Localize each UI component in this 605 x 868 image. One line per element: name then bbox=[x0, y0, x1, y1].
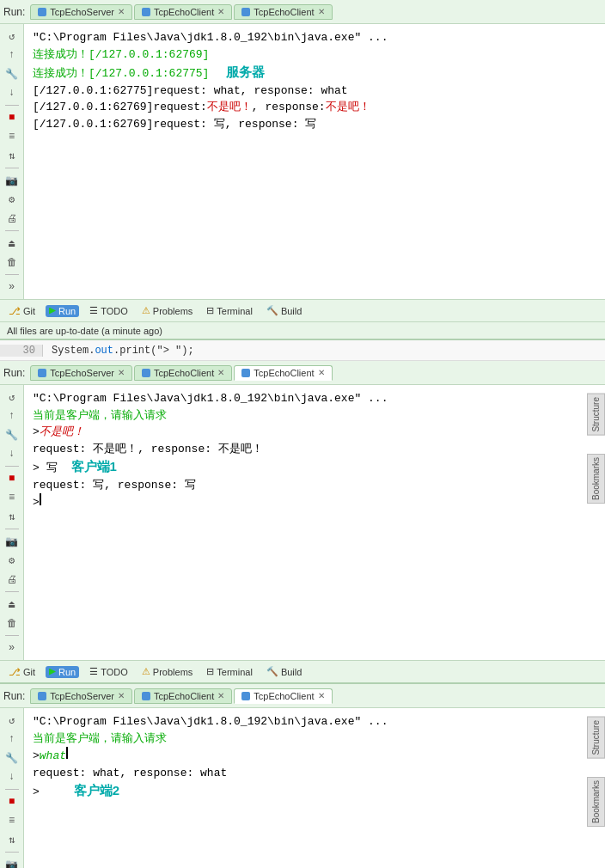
s3-down-btn[interactable]: ↓ bbox=[3, 768, 21, 785]
console-line-1: "C:\Program Files\Java\jdk1.8.0_192\bin\… bbox=[33, 29, 596, 46]
s3-lines-btn[interactable]: ≡ bbox=[3, 812, 21, 829]
trash-btn[interactable]: 🗑 bbox=[3, 254, 21, 271]
s3-restart-btn[interactable]: ↺ bbox=[3, 712, 21, 729]
exit-btn[interactable]: ⏏ bbox=[3, 235, 21, 252]
s2-trash-btn[interactable]: 🗑 bbox=[3, 614, 21, 632]
s3-divider2 bbox=[5, 852, 19, 853]
s2-run-btn[interactable]: Run bbox=[46, 666, 79, 678]
section2-tab-close-1[interactable]: ✕ bbox=[217, 368, 224, 377]
section2-tab-close-0[interactable]: ✕ bbox=[118, 368, 125, 377]
s2-up-btn[interactable]: ↑ bbox=[3, 407, 21, 425]
todo-btn[interactable]: ☰ TODO bbox=[86, 304, 131, 317]
s2-lines-btn[interactable]: ≡ bbox=[3, 489, 21, 506]
print-btn[interactable]: 🖨 bbox=[3, 210, 21, 227]
s2-tab-icon-0 bbox=[38, 369, 46, 377]
up-btn[interactable]: ↑ bbox=[3, 46, 21, 64]
section1-tab-label-2: TcpEchoClient bbox=[254, 7, 314, 17]
s3-bookmarks-tab[interactable]: Bookmarks bbox=[587, 777, 605, 827]
s3-camera-btn[interactable]: 📷 bbox=[3, 856, 21, 868]
s2-build-icon: 🔨 bbox=[266, 666, 278, 677]
section2-tab-close-2[interactable]: ✕ bbox=[318, 368, 325, 377]
wrench-btn[interactable]: 🔧 bbox=[3, 65, 21, 83]
section3-tab-label-0: TcpEchoServer bbox=[50, 691, 114, 701]
s3-stop-btn[interactable]: ■ bbox=[3, 793, 21, 810]
section1-tab-2[interactable]: TcpEchoClient ✕ bbox=[234, 4, 332, 20]
git-icon: ⎇ bbox=[9, 305, 21, 317]
cursor2 bbox=[66, 747, 68, 759]
run-btn[interactable]: Run bbox=[46, 305, 79, 317]
more-btn[interactable]: » bbox=[3, 278, 21, 296]
section3-tab-0[interactable]: TcpEchoServer ✕ bbox=[30, 688, 132, 704]
s2-todo-btn[interactable]: ☰ TODO bbox=[86, 665, 131, 678]
s2-console-line-7: > bbox=[33, 493, 596, 511]
section3-tab-close-0[interactable]: ✕ bbox=[118, 691, 125, 700]
s2-git-btn[interactable]: ⎇ Git bbox=[5, 665, 39, 679]
s2-restart-btn[interactable]: ↺ bbox=[3, 388, 21, 406]
s2-divider4 bbox=[5, 635, 19, 636]
line5-mid2: , response: bbox=[252, 99, 326, 116]
section1-toolbar: ⎇ Git Run ☰ TODO ⚠ Problems ⊟ Terminal 🔨… bbox=[0, 299, 605, 321]
section2-tab-1[interactable]: TcpEchoClient ✕ bbox=[134, 365, 232, 381]
sort-btn[interactable]: ⇅ bbox=[3, 147, 21, 164]
client2-label: 客户端2 bbox=[74, 781, 119, 801]
section3-tab-2[interactable]: TcpEchoClient ✕ bbox=[234, 688, 332, 704]
s3-wrench-btn[interactable]: 🔧 bbox=[3, 749, 21, 767]
s3-line1: "C:\Program Files\Java\jdk1.8.0_192\bin\… bbox=[33, 713, 388, 730]
s2-print-btn[interactable]: 🖨 bbox=[3, 571, 21, 588]
s2-camera-btn[interactable]: 📷 bbox=[3, 533, 21, 550]
line-number: 30 bbox=[0, 345, 43, 357]
s2-exit-btn[interactable]: ⏏ bbox=[3, 596, 21, 613]
cursor1 bbox=[40, 493, 41, 505]
s2-console-line-1: "C:\Program Files\Java\jdk1.8.0_192\bin\… bbox=[33, 390, 596, 407]
terminal-icon: ⊟ bbox=[206, 305, 214, 316]
code-method: out bbox=[95, 345, 113, 357]
section3-tab-close-1[interactable]: ✕ bbox=[217, 691, 224, 700]
s2-sort-btn[interactable]: ⇅ bbox=[3, 508, 21, 525]
s2-more-btn[interactable]: » bbox=[3, 639, 21, 657]
section1-tab-close-0[interactable]: ✕ bbox=[118, 7, 125, 16]
structure-tab[interactable]: Structure bbox=[587, 394, 605, 436]
camera-btn[interactable]: 📷 bbox=[3, 172, 21, 189]
s2-gear-btn[interactable]: ⚙ bbox=[3, 552, 21, 569]
git-btn[interactable]: ⎇ Git bbox=[5, 304, 39, 318]
s2-stop-btn[interactable]: ■ bbox=[3, 470, 21, 487]
section3-tab-1[interactable]: TcpEchoClient ✕ bbox=[134, 688, 232, 704]
s3-structure-tab[interactable]: Structure bbox=[587, 717, 605, 759]
section3-tab-close-2[interactable]: ✕ bbox=[318, 691, 325, 700]
bookmarks-tab[interactable]: Bookmarks bbox=[587, 454, 605, 504]
gear-btn[interactable]: ⚙ bbox=[3, 191, 21, 208]
problems-icon: ⚠ bbox=[142, 305, 150, 316]
section2-toolbar: ⎇ Git Run ☰ TODO ⚠ Problems ⊟ Terminal 🔨… bbox=[0, 660, 605, 682]
s3-up-btn[interactable]: ↑ bbox=[3, 730, 21, 748]
section1-tab-label-0: TcpEchoServer bbox=[50, 7, 114, 17]
lines-btn[interactable]: ≡ bbox=[3, 128, 21, 145]
stop-btn[interactable]: ■ bbox=[3, 109, 21, 126]
section3-run-label: Run: bbox=[3, 690, 25, 702]
section2-tab-2[interactable]: TcpEchoClient ✕ bbox=[234, 365, 332, 381]
run-icon bbox=[49, 308, 56, 315]
section1-tab-close-1[interactable]: ✕ bbox=[217, 7, 224, 16]
terminal-btn[interactable]: ⊟ Terminal bbox=[203, 304, 256, 317]
s2-terminal-label: Terminal bbox=[217, 667, 253, 677]
s2-down-btn[interactable]: ↓ bbox=[3, 445, 21, 462]
section1-tab-1[interactable]: TcpEchoClient ✕ bbox=[134, 4, 232, 20]
problems-btn[interactable]: ⚠ Problems bbox=[138, 304, 196, 317]
down-btn[interactable]: ↓ bbox=[3, 84, 21, 101]
build-btn[interactable]: 🔨 Build bbox=[263, 304, 305, 317]
section1-tab-close-2[interactable]: ✕ bbox=[318, 7, 325, 16]
s3-sort-btn[interactable]: ⇅ bbox=[3, 831, 21, 848]
problems-label: Problems bbox=[153, 306, 192, 316]
code-text-1: System. bbox=[52, 345, 95, 357]
tab-icon-0 bbox=[38, 8, 46, 16]
terminal-label: Terminal bbox=[217, 306, 253, 316]
section1-run-label: Run: bbox=[3, 6, 25, 18]
section1-panel: ↺ ↑ 🔧 ↓ ■ ≡ ⇅ 📷 ⚙ 🖨 ⏏ 🗑 » "C:\Program Fi… bbox=[0, 24, 605, 299]
s2-build-btn[interactable]: 🔨 Build bbox=[263, 665, 305, 678]
restart-btn[interactable]: ↺ bbox=[3, 28, 21, 45]
s2-problems-btn[interactable]: ⚠ Problems bbox=[138, 665, 196, 678]
section2-tab-0[interactable]: TcpEchoServer ✕ bbox=[30, 365, 132, 381]
s3-tab-icon-2 bbox=[241, 692, 250, 700]
section1-tab-0[interactable]: TcpEchoServer ✕ bbox=[30, 4, 132, 20]
s2-wrench-btn[interactable]: 🔧 bbox=[3, 426, 21, 443]
s2-terminal-btn[interactable]: ⊟ Terminal bbox=[203, 665, 256, 678]
